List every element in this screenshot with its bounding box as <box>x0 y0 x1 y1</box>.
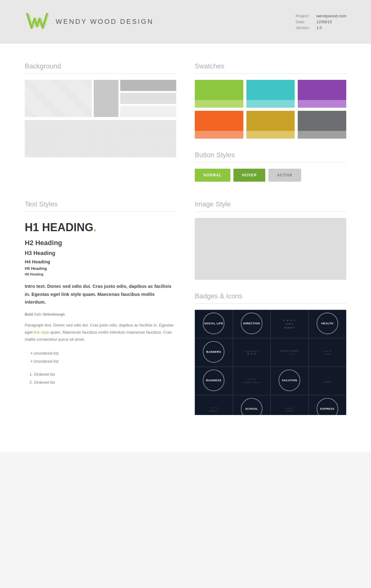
h5-heading: H5 Heading <box>25 266 176 271</box>
bold-text: Bold <box>25 312 33 317</box>
swatch-teal <box>246 80 295 108</box>
chalk-item-8: ✎ ✏ ✐tools <box>309 338 347 367</box>
chalk-circle-1: SOCIAL LIFE <box>203 313 224 334</box>
chalk-filler-12: ♪ ♫ ♬media <box>323 379 331 383</box>
swatch-purple-accent <box>298 100 346 108</box>
h4-heading: H4 Heading <box>25 259 176 264</box>
h6-heading: H6 Heading <box>25 272 176 276</box>
image-style-title: Image Style <box>195 200 346 212</box>
swatch-gray-accent <box>298 131 346 139</box>
chalk-item-16: EXPRESS <box>309 395 347 415</box>
version-label: Version: <box>296 25 310 30</box>
bg-row-2 <box>25 120 176 157</box>
chalk-filler-8: ✎ ✏ ✐tools <box>323 350 331 355</box>
chalk-item-6: ~ symbols ~❋ ✿ ❀ <box>233 338 271 367</box>
swatches-grid <box>195 80 346 139</box>
swatch-gold-main <box>246 111 295 131</box>
chalk-circle-16: EXPRESS <box>317 398 338 415</box>
project-info: Project: wendywood.com Date: 12/08/15 Ve… <box>296 14 346 30</box>
h2-heading: H2 Heading <box>25 239 176 247</box>
swatch-teal-accent <box>246 100 295 108</box>
swatch-gold <box>246 111 295 139</box>
brand-name: WENDY WOOD DESIGN <box>56 18 154 26</box>
strikethrough-text: Strikethrough <box>43 312 65 317</box>
ordered-item: Ordered list <box>34 370 176 378</box>
chalk-item-1: SOCIAL LIFE <box>195 310 233 338</box>
bg-row-1 <box>25 80 176 117</box>
swatch-green-accent <box>195 100 243 108</box>
swatch-purple <box>298 80 346 108</box>
chalk-item-7: arrows shapes→ ↑ ↗ ↻ <box>271 338 309 367</box>
swatch-gold-accent <box>246 131 295 139</box>
background-patterns <box>25 80 176 157</box>
row-2: Text Styles H1 HEADING. H2 Heading H3 He… <box>25 200 346 415</box>
intro-text: Intro text. Donec sed odio dui. Cras jus… <box>25 282 176 306</box>
btn-normal[interactable]: NORMAL <box>195 169 230 182</box>
buttons-row: NORMAL HOVER ACTIVE <box>195 169 346 182</box>
chalk-circle-5: BANNERS <box>203 341 224 363</box>
h1-text: H1 HEADING <box>25 221 93 234</box>
bg-light <box>120 93 176 104</box>
image-style-section: Image Style <box>195 200 346 280</box>
project-value: wendywood.com <box>316 14 346 18</box>
swatch-gray <box>298 111 346 139</box>
chalk-circle-4: HEALTH <box>317 313 338 334</box>
chalk-item-2: DIRECTION <box>233 310 271 338</box>
swatch-green-main <box>195 80 243 100</box>
h1-heading: H1 HEADING. <box>25 221 176 234</box>
button-styles-section: Button Styles NORMAL HOVER ACTIVE <box>195 151 346 182</box>
button-styles-title: Button Styles <box>195 151 346 162</box>
bg-hatched <box>25 80 92 117</box>
date-label: Date: <box>296 19 310 24</box>
main-content: Background Swatche <box>0 44 371 452</box>
image-style-box <box>195 218 346 280</box>
swatches-section: Swatches <box>195 62 346 139</box>
row-1: Background Swatche <box>25 62 346 182</box>
text-styles-title: Text Styles <box>25 200 176 212</box>
para-link[interactable]: link style <box>34 330 49 335</box>
chalk-filler-6: ~ symbols ~❋ ✿ ❀ <box>243 350 260 355</box>
chalkboard: SOCIAL LIFE DIRECTION ✦ ★ ☆ ✧iconsbadges… <box>195 310 346 415</box>
chalk-filler-15: ✆ ✉ ✈travel <box>285 407 294 412</box>
swatch-orange-main <box>195 111 243 131</box>
chalk-item-13: ▲ ■ ●shapes <box>195 395 233 415</box>
right-col-1: Swatches <box>195 62 346 182</box>
chalk-item-10: ☁ ☂ ☀nature icons <box>233 367 271 395</box>
chalk-filler-10: ☁ ☂ ☀nature icons <box>243 378 260 384</box>
list-item: Unordered list <box>31 349 176 357</box>
chalk-circle-11: VACATION <box>279 370 300 391</box>
swatch-purple-main <box>298 80 346 100</box>
bg-dark <box>94 80 118 117</box>
chalk-filler-13: ▲ ■ ●shapes <box>209 406 218 413</box>
chalk-item-4: HEALTH <box>309 310 347 338</box>
swatches-title: Swatches <box>195 62 346 74</box>
small-text: Bold Italic Strikethrough. <box>25 312 176 317</box>
chalk-item-12: ♪ ♫ ♬media <box>309 367 347 395</box>
badges-title: Badges & Icons <box>195 292 346 304</box>
swatch-orange <box>195 111 243 139</box>
project-label: Project: <box>296 14 310 18</box>
background-title: Background <box>25 62 176 74</box>
unordered-list: Unordered list Unordered list <box>25 349 176 365</box>
btn-hover[interactable]: HOVER <box>233 169 266 182</box>
badges-section: Badges & Icons SOCIAL LIFE DIRECTION ✦ ★… <box>195 292 346 415</box>
chalk-filler-7: arrows shapes→ ↑ ↗ ↻ <box>280 349 299 356</box>
bg-texture <box>25 120 176 157</box>
chalk-circle-2: DIRECTION <box>241 313 262 334</box>
h1-dot: . <box>93 221 96 234</box>
chalk-item-5: BANNERS <box>195 338 233 367</box>
btn-active[interactable]: ACTIVE <box>268 169 301 182</box>
badges-image-box: SOCIAL LIFE DIRECTION ✦ ★ ☆ ✧iconsbadges… <box>195 310 346 415</box>
date-value: 12/08/15 <box>316 19 346 24</box>
swatch-orange-accent <box>195 131 243 139</box>
version-value: 1.0 <box>316 25 346 30</box>
chalk-item-11: VACATION <box>271 367 309 395</box>
swatch-green <box>195 80 243 108</box>
bg-stack <box>120 80 176 117</box>
h3-heading: H3 Heading <box>25 250 176 257</box>
logo-area: WENDY WOOD DESIGN <box>25 9 154 34</box>
swatch-gray-main <box>298 111 346 131</box>
list-section: Unordered list Unordered list Ordered li… <box>25 349 176 387</box>
chalk-circle-9: BUSINESS <box>203 370 224 391</box>
text-styles-section: Text Styles H1 HEADING. H2 Heading H3 He… <box>25 200 176 415</box>
